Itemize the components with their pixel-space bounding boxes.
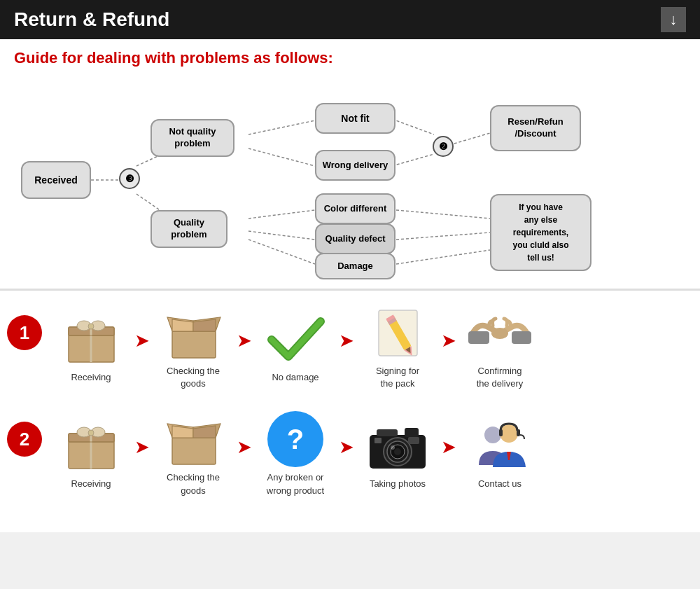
step-item-checking2: Checking thegoods <box>151 411 235 497</box>
header: Return & Refund ↓ <box>0 0 700 39</box>
guide-title: Guide for dealing with problems as follo… <box>14 49 686 67</box>
fc-color-different: Color different <box>315 193 396 224</box>
step-label-photos: Taking photos <box>370 478 426 490</box>
handshake-icon <box>465 305 535 361</box>
steps-section: 1 <box>0 289 700 532</box>
svg-rect-47 <box>408 437 419 444</box>
step-item-receiving2: Receiving <box>49 417 133 490</box>
svg-rect-52 <box>517 429 520 436</box>
step-items-2: Receiving ➤ Checking thegoods <box>49 411 693 497</box>
step-label-contact: Contact us <box>478 478 522 490</box>
fc-not-quality: Not qualityproblem <box>150 119 234 157</box>
svg-point-20 <box>88 324 94 329</box>
svg-rect-30 <box>512 331 531 344</box>
svg-line-5 <box>248 210 315 219</box>
arrow-3: ➤ <box>339 330 354 352</box>
svg-point-44 <box>391 445 395 450</box>
svg-rect-29 <box>468 331 489 344</box>
svg-line-13 <box>396 250 490 264</box>
step-item-checking1: Checking thegoods <box>151 305 235 390</box>
agent-icon <box>465 417 535 473</box>
step-label-receiving: Receiving <box>71 371 111 384</box>
step-item-signing: Signing forthe pack <box>356 305 440 390</box>
box-closed2-icon <box>56 417 126 473</box>
step-label-checking2: Checking thegoods <box>167 471 220 497</box>
step-items-1: Receiving ➤ <box>49 305 693 390</box>
svg-line-7 <box>248 240 315 264</box>
svg-point-49 <box>484 427 501 443</box>
step-label-broken: Any broken orwrong product <box>267 471 324 497</box>
step-label-confirming: Confirmingthe delivery <box>477 365 523 390</box>
header-arrow-icon: ↓ <box>661 7 686 32</box>
svg-line-4 <box>248 148 315 166</box>
svg-line-12 <box>396 233 490 240</box>
fc-outcome1: Resen/Refun/Discount <box>490 105 581 151</box>
page-container: Return & Refund ↓ Guide for dealing with… <box>0 0 700 532</box>
step-label-checking1: Checking thegoods <box>167 365 220 390</box>
question-icon: ? <box>260 411 330 467</box>
svg-rect-46 <box>377 429 398 436</box>
step-label-signing: Signing forthe pack <box>376 365 419 390</box>
step-item-nodamage: No damage <box>253 311 337 384</box>
svg-rect-21 <box>172 331 216 358</box>
camera-icon <box>363 417 433 473</box>
svg-line-11 <box>396 210 490 219</box>
guide-section: Guide for dealing with problems as follo… <box>0 39 700 289</box>
step-item-broken: ? Any broken orwrong product <box>253 411 337 497</box>
fc-not-fit: Not fit <box>315 103 396 134</box>
svg-line-9 <box>392 154 434 166</box>
step-row-1: 1 <box>7 305 693 390</box>
fc-quality-defect: Quality defect <box>315 223 396 254</box>
fc-wrong-delivery: Wrong delivery <box>315 150 396 181</box>
svg-line-8 <box>392 119 434 134</box>
fc-circle3: ❸ <box>119 168 140 189</box>
fc-outcome2: If you haveany elserequirements,you clul… <box>490 194 592 271</box>
svg-point-37 <box>88 430 94 436</box>
flowchart: Received ❸ Not qualityproblem Qualitypro… <box>14 78 686 282</box>
arrow-2: ➤ <box>237 330 252 352</box>
box-open-icon <box>158 305 228 361</box>
arrow-1: ➤ <box>134 330 150 352</box>
header-title: Return & Refund <box>14 8 169 31</box>
arrow-7: ➤ <box>339 436 354 458</box>
step-item-photos: Taking photos <box>356 417 440 490</box>
checkmark-icon <box>260 311 330 367</box>
question-mark: ? <box>267 411 323 467</box>
svg-line-10 <box>449 133 490 145</box>
arrow-4: ➤ <box>441 330 456 352</box>
step-number-1: 1 <box>7 315 42 350</box>
step-label-receiving2: Receiving <box>71 478 111 490</box>
fc-quality-problem: Qualityproblem <box>150 210 227 248</box>
step-row-2: 2 Re <box>7 411 693 497</box>
svg-rect-38 <box>172 438 216 464</box>
step-item-confirming: Confirmingthe delivery <box>458 305 542 390</box>
arrow-6: ➤ <box>237 436 252 458</box>
arrow-5: ➤ <box>134 436 150 458</box>
svg-line-3 <box>248 120 315 134</box>
svg-rect-45 <box>405 428 419 437</box>
step-label-nodamage: No damage <box>272 371 318 384</box>
svg-point-28 <box>491 328 508 339</box>
pencil-icon <box>363 305 433 361</box>
svg-rect-51 <box>499 429 503 436</box>
step-item-contact: Contact us <box>458 417 542 490</box>
step-number-2: 2 <box>7 422 42 457</box>
arrow-8: ➤ <box>441 436 456 458</box>
step-item-receiving: Receiving <box>49 311 133 384</box>
box-open2-icon <box>158 411 228 467</box>
fc-received: Received <box>21 161 91 199</box>
fc-damage: Damage <box>315 253 396 279</box>
svg-rect-48 <box>374 438 382 443</box>
box-closed-icon <box>56 311 126 367</box>
svg-point-43 <box>394 448 401 455</box>
svg-line-6 <box>248 231 315 240</box>
fc-circle2: ❷ <box>433 136 454 157</box>
